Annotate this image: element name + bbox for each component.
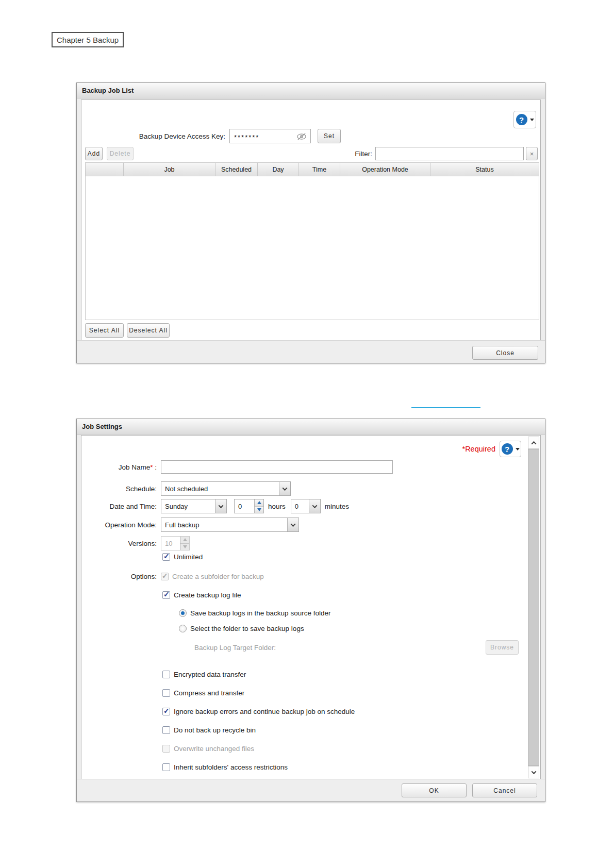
column-time[interactable]: Time — [299, 163, 340, 176]
log-target-folder-label: Backup Log Target Folder: — [194, 644, 276, 652]
versions-stepper[interactable]: 10 — [161, 536, 190, 550]
minutes-select[interactable]: 0 — [291, 499, 321, 513]
overwrite-unchanged-checkbox — [162, 745, 170, 753]
column-job[interactable]: Job — [124, 163, 215, 176]
table-body-empty — [86, 176, 539, 320]
log-select-folder-label: Select the folder to save backup logs — [190, 625, 304, 632]
job-name-label: Job Name* : — [81, 463, 157, 471]
help-button[interactable]: ? — [513, 111, 536, 128]
filter-clear-button[interactable]: × — [526, 147, 538, 160]
versions-label: Versions: — [81, 540, 157, 547]
encrypted-transfer-label: Encrypted data transfer — [174, 671, 246, 678]
step-up-icon[interactable] — [255, 499, 263, 506]
table-header-row: Job Scheduled Day Time Operation Mode St… — [86, 163, 539, 176]
no-recycle-bin-label: Do not back up recycle bin — [174, 726, 256, 734]
log-select-folder-radio[interactable] — [179, 625, 187, 632]
unlimited-label: Unlimited — [174, 553, 203, 561]
ok-button[interactable]: OK — [402, 783, 467, 797]
delete-button[interactable]: Delete — [107, 147, 134, 160]
schedule-label: Schedule: — [81, 485, 157, 493]
step-down-icon — [180, 543, 189, 550]
filter-label: Filter: — [355, 150, 372, 158]
scroll-up-icon[interactable] — [528, 437, 539, 449]
hours-unit-label: hours — [268, 503, 286, 510]
job-settings-panel: *Required ? Job Name* : Schedule: Not sc… — [81, 435, 541, 780]
inherit-restrictions-checkbox[interactable] — [162, 763, 170, 771]
dialog-title: Backup Job List — [77, 83, 545, 98]
job-settings-dialog: Job Settings *Required ? Job Name* : Sch… — [76, 419, 545, 802]
overwrite-unchanged-label: Overwrite unchanged files — [174, 745, 254, 753]
log-source-folder-radio[interactable] — [179, 609, 187, 617]
select-all-button[interactable]: Select All — [85, 323, 124, 338]
step-down-icon[interactable] — [255, 506, 263, 513]
close-button[interactable]: Close — [472, 346, 538, 360]
column-operation-mode[interactable]: Operation Mode — [340, 163, 430, 176]
column-scheduled[interactable]: Scheduled — [215, 163, 258, 176]
browse-button[interactable]: Browse — [486, 640, 519, 655]
minutes-unit-label: minutes — [325, 503, 349, 510]
access-key-field[interactable]: ******* — [229, 129, 311, 143]
backup-job-list-panel: ? Backup Device Access Key: ******* Set … — [81, 99, 541, 341]
operation-mode-select[interactable]: Full backup — [161, 518, 299, 532]
operation-mode-label: Operation Mode: — [81, 521, 157, 529]
scroll-down-icon[interactable] — [528, 766, 539, 778]
help-button[interactable]: ? — [500, 441, 521, 457]
chevron-down-icon — [279, 482, 290, 495]
access-key-label: Backup Device Access Key: — [81, 132, 225, 140]
encrypted-transfer-checkbox[interactable] — [162, 671, 170, 678]
help-icon: ? — [502, 443, 513, 455]
scrollbar[interactable] — [528, 437, 539, 778]
blue-divider — [411, 407, 480, 408]
hours-stepper[interactable]: 0 — [234, 499, 264, 513]
no-recycle-bin-checkbox[interactable] — [162, 726, 170, 734]
create-log-checkbox[interactable] — [162, 591, 170, 599]
compress-transfer-label: Compress and transfer — [174, 689, 244, 697]
log-source-folder-label: Save backup logs in the backup source fo… — [190, 609, 330, 617]
chevron-down-icon — [215, 499, 226, 513]
step-up-icon — [180, 537, 189, 543]
chapter-label: Chapter 5 Backup — [52, 32, 124, 47]
create-log-label: Create backup log file — [174, 591, 241, 599]
backup-job-list-dialog: Backup Job List ? Backup Device Access K… — [76, 82, 545, 363]
ignore-errors-label: Ignore backup errors and continue backup… — [174, 708, 355, 715]
inherit-restrictions-label: Inherit subfolders' access restrictions — [174, 763, 288, 771]
schedule-select[interactable]: Not scheduled — [161, 481, 291, 496]
job-name-input[interactable] — [161, 460, 393, 474]
create-subfolder-checkbox — [161, 573, 169, 580]
compress-transfer-checkbox[interactable] — [162, 689, 170, 697]
chevron-down-icon — [530, 119, 534, 121]
column-day[interactable]: Day — [258, 163, 299, 176]
column-select[interactable] — [86, 163, 124, 176]
create-subfolder-label: Create a subfolder for backup — [172, 573, 264, 580]
date-time-label: Date and Time: — [81, 503, 157, 510]
scrollbar-thumb[interactable] — [528, 449, 539, 766]
options-label: Options: — [81, 573, 157, 580]
access-key-value: ******* — [234, 131, 259, 141]
filter-input[interactable] — [375, 147, 524, 160]
set-button[interactable]: Set — [318, 129, 341, 143]
dialog-title: Job Settings — [77, 419, 545, 435]
day-select[interactable]: Sunday — [161, 499, 227, 513]
help-icon: ? — [516, 114, 527, 125]
unlimited-checkbox[interactable] — [162, 553, 170, 561]
add-button[interactable]: Add — [85, 147, 103, 160]
backup-job-table: Job Scheduled Day Time Operation Mode St… — [85, 162, 539, 320]
column-status[interactable]: Status — [430, 163, 539, 176]
required-note: *Required — [462, 445, 496, 453]
chevron-down-icon — [309, 499, 320, 513]
eye-slash-icon[interactable] — [296, 132, 307, 143]
deselect-all-button[interactable]: Deselect All — [127, 323, 170, 338]
ignore-errors-checkbox[interactable] — [162, 708, 170, 715]
cancel-button[interactable]: Cancel — [472, 783, 537, 797]
chevron-down-icon — [516, 448, 520, 450]
chevron-down-icon — [287, 518, 298, 531]
